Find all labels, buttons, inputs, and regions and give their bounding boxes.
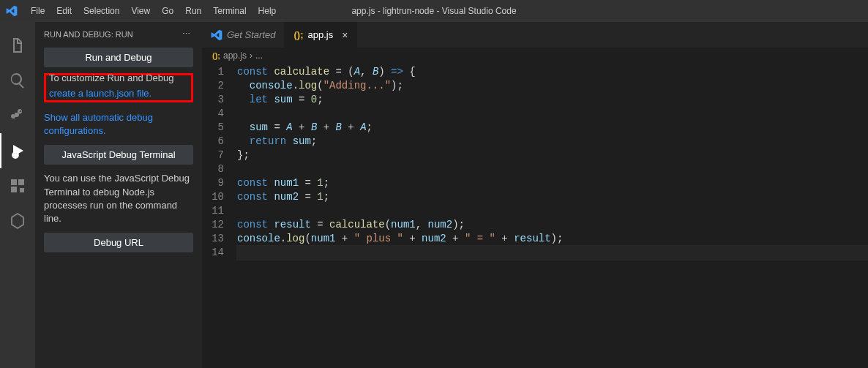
menu-view[interactable]: View xyxy=(125,6,156,16)
js-file-icon: (); xyxy=(293,29,303,40)
code-content[interactable]: const calculate = (A, B) => { console.lo… xyxy=(237,65,868,368)
close-icon[interactable]: × xyxy=(342,29,348,41)
create-launch-json-link[interactable]: create a launch.json file. xyxy=(49,88,151,99)
run-and-debug-button[interactable]: Run and Debug xyxy=(44,48,193,67)
show-all-configs-link[interactable]: Show all automatic debug configurations. xyxy=(44,112,153,136)
menu-help[interactable]: Help xyxy=(252,6,283,16)
tab-get-started[interactable]: Get Started xyxy=(202,22,285,48)
source-control-icon[interactable] xyxy=(0,98,35,133)
menu-run[interactable]: Run xyxy=(179,6,207,16)
code-editor[interactable]: 1234567891011121314 const calculate = (A… xyxy=(202,64,868,368)
breadcrumb-rest: ... xyxy=(255,50,263,61)
create-launch-highlight: To customize Run and Debug create a laun… xyxy=(44,73,193,102)
sidebar-more-icon[interactable]: ⋯ xyxy=(179,29,193,39)
vscode-logo-icon xyxy=(6,5,18,17)
tab-label: Get Started xyxy=(227,29,275,40)
vscode-small-icon xyxy=(211,29,222,41)
activity-bar xyxy=(0,22,35,368)
tab-appjs[interactable]: (); app.js × xyxy=(285,22,357,48)
editor-area: Get Started (); app.js × (); app.js › ..… xyxy=(202,22,868,368)
hexagon-icon[interactable] xyxy=(0,203,35,239)
breadcrumb[interactable]: (); app.js › ... xyxy=(202,48,868,64)
editor-tabs: Get Started (); app.js × xyxy=(202,22,868,48)
js-file-icon: (); xyxy=(212,51,220,60)
titlebar: File Edit Selection View Go Run Terminal… xyxy=(0,0,868,22)
menu-terminal[interactable]: Terminal xyxy=(207,6,252,16)
search-icon[interactable] xyxy=(0,63,35,98)
menu-file[interactable]: File xyxy=(25,6,50,16)
run-debug-icon[interactable] xyxy=(0,133,35,168)
explorer-icon[interactable] xyxy=(0,28,35,63)
js-debug-terminal-button[interactable]: JavaScript Debug Terminal xyxy=(44,145,193,165)
tab-label: app.js xyxy=(307,29,333,40)
line-number-gutter: 1234567891011121314 xyxy=(202,65,237,368)
run-debug-sidebar: RUN AND DEBUG: RUN ⋯ Run and Debug To cu… xyxy=(35,22,202,368)
menu-bar: File Edit Selection View Go Run Terminal… xyxy=(25,6,282,16)
breadcrumb-sep: › xyxy=(250,50,252,61)
menu-go[interactable]: Go xyxy=(156,6,179,16)
sidebar-title: RUN AND DEBUG: RUN xyxy=(44,30,133,39)
menu-selection[interactable]: Selection xyxy=(78,6,125,16)
js-debug-terminal-desc: You can use the JavaScript Debug Termina… xyxy=(44,172,193,225)
breadcrumb-file: app.js xyxy=(223,50,247,61)
debug-url-button[interactable]: Debug URL xyxy=(44,233,193,252)
extensions-icon[interactable] xyxy=(0,168,35,203)
menu-edit[interactable]: Edit xyxy=(50,6,78,16)
window-title: app.js - lightrun-node - Visual Studio C… xyxy=(351,6,516,16)
cutoff-text: To customize Run and Debug xyxy=(49,72,188,83)
